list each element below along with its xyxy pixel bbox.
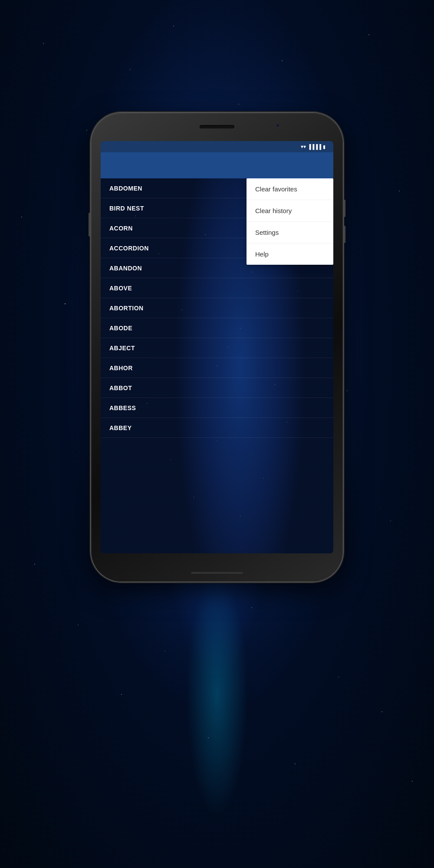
phone-device: ▾▾ ▐▐▐▐ ▮ ABDOMENBIRD NESTACORNAC (91, 113, 343, 582)
list-item-text: ABJECT (109, 345, 135, 352)
list-item[interactable]: ABJECT (101, 338, 333, 358)
list-item-text: ABBESS (109, 404, 136, 411)
list-item-text: ABOVE (109, 285, 132, 292)
signal-icon: ▐▐▐▐ (308, 144, 321, 149)
list-item-text: ABODE (109, 325, 132, 332)
list-item[interactable]: ABBESS (101, 398, 333, 418)
list-item-text: BIRD NEST (109, 205, 144, 212)
dropdown-item-settings[interactable]: Settings (247, 222, 333, 243)
dropdown-menu: Clear favoritesClear historySettingsHelp (247, 178, 333, 265)
phone-screen: ▾▾ ▐▐▐▐ ▮ ABDOMENBIRD NESTACORNAC (101, 141, 333, 553)
list-item[interactable]: ABODE (101, 318, 333, 338)
list-item-text: ACORN (109, 225, 133, 232)
list-item-text: ABORTION (109, 305, 144, 312)
dropdown-item-help[interactable]: Help (247, 243, 333, 265)
list-item-text: ABBOT (109, 385, 132, 391)
app-bar (101, 152, 333, 178)
volume-up-button[interactable] (343, 200, 345, 217)
phone-earpiece (200, 125, 234, 128)
status-bar: ▾▾ ▐▐▐▐ ▮ (101, 141, 333, 152)
list-item-text: ACCORDION (109, 245, 149, 252)
list-area: ABDOMENBIRD NESTACORNACCORDIONABANDONABO… (101, 178, 333, 553)
home-indicator (191, 572, 243, 574)
dropdown-item-clear-history[interactable]: Clear history (247, 200, 333, 222)
list-item-text: ABHOR (109, 365, 133, 372)
list-item-text: ABBEY (109, 424, 132, 431)
front-camera (276, 123, 280, 128)
list-item-text: ABDOMEN (109, 185, 142, 192)
list-item[interactable]: ABBOT (101, 378, 333, 398)
list-item[interactable]: ABBEY (101, 418, 333, 438)
list-item[interactable]: ABHOR (101, 358, 333, 378)
list-item[interactable]: ABOVE (101, 278, 333, 298)
dropdown-item-clear-favorites[interactable]: Clear favorites (247, 178, 333, 200)
list-item[interactable]: ABORTION (101, 298, 333, 318)
power-button[interactable] (89, 213, 91, 237)
battery-icon: ▮ (323, 144, 326, 150)
status-icons: ▾▾ ▐▐▐▐ ▮ (301, 144, 326, 150)
wifi-icon: ▾▾ (301, 144, 306, 150)
volume-down-button[interactable] (343, 226, 345, 243)
list-item-text: ABANDON (109, 265, 142, 272)
